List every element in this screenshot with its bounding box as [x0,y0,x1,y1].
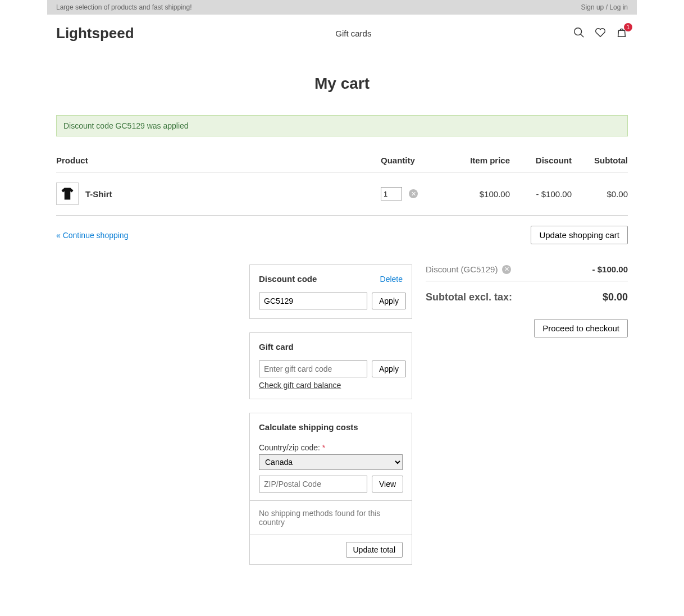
shipping-panel: Calculate shipping costs Country/zip cod… [249,413,412,565]
shipping-title: Calculate shipping costs [259,422,358,432]
proceed-checkout-button[interactable]: Proceed to checkout [534,319,628,337]
svg-point-0 [574,28,582,35]
wishlist-icon[interactable] [594,26,607,40]
zip-input[interactable] [259,476,367,492]
cell-subtotal: $0.00 [572,172,628,216]
giftcard-apply-button[interactable]: Apply [372,361,406,377]
svg-line-1 [581,34,584,38]
totals-discount-label: Discount (GC5129) [426,264,498,274]
country-zip-label: Country/zip code: * [259,443,403,452]
col-discount: Discount [510,152,572,172]
cart-badge: 1 [624,23,632,31]
page-title: My cart [56,75,628,93]
top-tagline: Large selection of products and fast shi… [56,3,192,11]
giftcard-title: Gift card [259,342,294,352]
signup-login-link[interactable]: Sign up / Log in [581,3,628,11]
cell-item-price: $100.00 [448,172,510,216]
product-name-link[interactable]: T-Shirt [85,189,112,199]
gift-card-panel: Gift card Apply Check gift card balance [249,332,412,399]
update-total-button[interactable]: Update total [346,542,403,558]
subtotal-label: Subtotal excl. tax: [426,291,512,303]
table-row: T-Shirt ✕ $100.00 - $100.00 $0.00 [56,172,628,216]
product-thumb[interactable] [56,182,79,205]
col-item-price: Item price [448,152,510,172]
no-shipping-msg: No shipping methods found for this count… [250,500,412,527]
col-product: Product [56,152,381,172]
required-star: * [322,443,325,452]
discount-apply-button[interactable]: Apply [372,293,406,309]
cart-table: Product Quantity Item price Discount Sub… [56,152,628,216]
discount-code-input[interactable] [259,293,367,309]
country-select[interactable]: Canada [259,454,403,470]
giftcard-balance-link[interactable]: Check gift card balance [259,381,341,390]
quantity-stepper[interactable] [381,187,402,200]
shipping-view-button[interactable]: View [372,476,403,492]
update-cart-button[interactable]: Update shopping cart [531,226,628,244]
totals-discount-value: - $100.00 [592,264,628,274]
cell-discount: - $100.00 [510,172,572,216]
col-quantity: Quantity [381,152,448,172]
remove-item-icon[interactable]: ✕ [409,189,418,198]
cart-icon[interactable]: 1 [615,26,628,40]
nav-gift-cards[interactable]: Gift cards [335,29,371,38]
subtotal-value: $0.00 [603,291,628,303]
logo[interactable]: Lightspeed [56,25,134,42]
search-icon[interactable] [573,26,585,40]
remove-discount-icon[interactable]: ✕ [502,265,511,274]
col-subtotal: Subtotal [572,152,628,172]
discount-delete-link[interactable]: Delete [380,275,403,284]
continue-shopping-link[interactable]: « Continue shopping [56,231,128,240]
success-alert: Discount code GC5129 was applied [56,115,628,136]
giftcard-code-input[interactable] [259,361,367,377]
discount-title: Discount code [259,274,317,284]
discount-code-panel: Discount code Delete Apply [249,264,412,319]
